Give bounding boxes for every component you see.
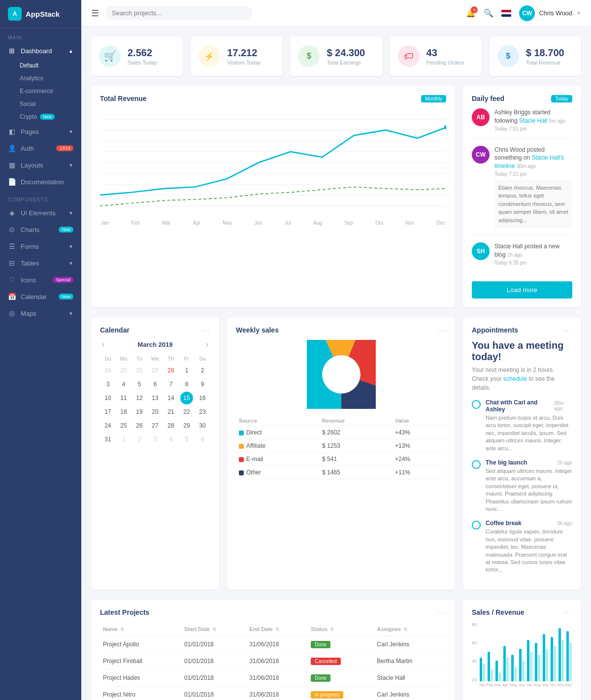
user-menu-chevron: ▼ bbox=[576, 10, 581, 16]
cal-cell[interactable]: 16 bbox=[196, 392, 209, 404]
cal-cell[interactable]: 5 bbox=[133, 378, 146, 391]
cal-cell[interactable]: 24 bbox=[101, 364, 114, 377]
projects-menu[interactable]: ··· bbox=[438, 608, 446, 616]
sidebar-item-documentation[interactable]: 📄 Documentation bbox=[0, 173, 81, 190]
revenue-chart-badge[interactable]: Monthly bbox=[421, 95, 446, 102]
daily-feed-badge[interactable]: Today bbox=[551, 95, 572, 102]
sidebar-item-maps[interactable]: ◎ Maps ▼ bbox=[0, 305, 81, 322]
cal-cell[interactable]: 4 bbox=[117, 378, 130, 391]
stat-visitors-label: Visitors Today bbox=[227, 60, 261, 66]
value-email: +24% bbox=[392, 453, 446, 466]
project-status: Done bbox=[308, 669, 374, 686]
sort-name-icon[interactable]: ⇅ bbox=[120, 627, 124, 632]
cal-cell[interactable]: 25 bbox=[117, 364, 130, 377]
cal-cell[interactable]: 6 bbox=[196, 433, 209, 446]
cal-cell[interactable]: 8 bbox=[180, 378, 193, 391]
tables-arrow-icon: ▼ bbox=[68, 261, 73, 266]
cal-cell[interactable]: 2 bbox=[196, 364, 209, 377]
cal-cell[interactable]: 28 bbox=[164, 364, 177, 377]
stat-sales-value: 2.562 bbox=[128, 47, 157, 59]
bar-primary bbox=[480, 658, 482, 681]
cal-cell[interactable]: 22 bbox=[180, 405, 193, 418]
calendar-title: Calendar bbox=[100, 326, 130, 334]
sidebar-item-ecommerce[interactable]: E-commerce bbox=[20, 85, 81, 98]
cal-cell[interactable]: 29 bbox=[180, 419, 193, 432]
search-topbar-icon[interactable]: 🔍 bbox=[484, 8, 493, 18]
cal-cell[interactable]: 23 bbox=[196, 405, 209, 418]
sidebar-item-icons[interactable]: ♡ Icons Special bbox=[0, 271, 81, 288]
cal-cell[interactable]: 30 bbox=[196, 419, 209, 432]
cal-cell[interactable]: 20 bbox=[149, 405, 162, 418]
user-avatar-menu[interactable]: CW Chris Wood ▼ bbox=[519, 5, 581, 21]
schedule-link[interactable]: schedule bbox=[503, 375, 527, 382]
calendar-menu[interactable]: ··· bbox=[202, 327, 210, 334]
sidebar-item-pages[interactable]: ◧ Pages ▼ bbox=[0, 123, 81, 140]
sidebar-item-default[interactable]: Default bbox=[20, 59, 81, 72]
weekly-sales-menu[interactable]: ··· bbox=[438, 327, 446, 334]
search-input[interactable] bbox=[105, 6, 253, 20]
cal-cell[interactable]: 31 bbox=[101, 433, 114, 446]
cal-cell[interactable]: 27 bbox=[149, 364, 162, 377]
stat-orders-info: 43 Pending Orders bbox=[427, 47, 464, 66]
sidebar-item-calendar[interactable]: 📅 Calendar New bbox=[0, 288, 81, 305]
sort-start-icon[interactable]: ⇅ bbox=[212, 627, 216, 632]
maps-arrow-icon: ▼ bbox=[68, 311, 73, 316]
sort-assignee-icon[interactable]: ⇅ bbox=[403, 627, 407, 632]
sidebar-item-analytics[interactable]: Analytics bbox=[20, 72, 81, 85]
cal-cell[interactable]: 7 bbox=[164, 378, 177, 391]
sidebar-item-charts[interactable]: ⊙ Charts New bbox=[0, 221, 81, 238]
calendar-prev-button[interactable]: ‹ bbox=[102, 340, 104, 349]
cal-cell[interactable]: 11 bbox=[117, 392, 130, 404]
sidebar-item-layouts[interactable]: ▦ Layouts ▼ bbox=[0, 157, 81, 173]
cal-cell[interactable]: 26 bbox=[133, 364, 146, 377]
status-badge: Cancelled bbox=[311, 658, 340, 665]
notifications-icon[interactable]: 🔔 5 bbox=[466, 8, 476, 18]
cal-cell[interactable]: 3 bbox=[101, 378, 114, 391]
sort-status-icon[interactable]: ⇅ bbox=[330, 627, 334, 632]
topbar: ☰ 🔔 5 🔍 CW Chris Wood ▼ bbox=[81, 0, 591, 27]
sidebar-item-auth[interactable]: 👤 Auth 12/24 bbox=[0, 140, 81, 157]
cal-cell[interactable]: 3 bbox=[149, 433, 162, 446]
cal-cell[interactable]: 4 bbox=[164, 433, 177, 446]
sidebar-item-tables[interactable]: ⊟ Tables ▼ bbox=[0, 255, 81, 271]
cal-cell[interactable]: 10 bbox=[101, 392, 114, 404]
project-end: 31/06/2018 bbox=[246, 636, 308, 653]
sort-end-icon[interactable]: ⇅ bbox=[275, 627, 279, 632]
cal-cell[interactable]: 21 bbox=[164, 405, 177, 418]
sidebar-item-forms[interactable]: ☰ Forms ▼ bbox=[0, 238, 81, 255]
cal-cell[interactable]: 18 bbox=[117, 405, 130, 418]
sidebar-item-social[interactable]: Social bbox=[20, 98, 81, 110]
appointments-menu[interactable]: ··· bbox=[564, 327, 572, 334]
cal-cell[interactable]: 14 bbox=[164, 392, 177, 404]
sales-revenue-menu[interactable]: ··· bbox=[564, 608, 572, 616]
bar-secondary bbox=[483, 664, 485, 681]
x-label-jul: Jul bbox=[285, 220, 291, 226]
bar-secondary bbox=[491, 669, 493, 681]
cal-cell[interactable]: 1 bbox=[117, 433, 130, 446]
cal-cell[interactable]: 12 bbox=[133, 392, 146, 404]
cal-cell[interactable]: 17 bbox=[101, 405, 114, 418]
cal-cell[interactable]: 19 bbox=[133, 405, 146, 418]
sidebar-item-ui-elements[interactable]: ◈ UI Elements ▼ bbox=[0, 204, 81, 221]
cal-cell[interactable]: 24 bbox=[101, 419, 114, 432]
sidebar-item-crypto[interactable]: Crypto New bbox=[20, 110, 81, 123]
language-flag[interactable] bbox=[501, 10, 511, 17]
cal-cell[interactable]: 9 bbox=[196, 378, 209, 391]
cal-cell[interactable]: 13 bbox=[149, 392, 162, 404]
cal-cell[interactable]: 25 bbox=[117, 419, 130, 432]
load-more-button[interactable]: Load more bbox=[472, 281, 572, 299]
cal-cell-today[interactable]: 15 bbox=[180, 392, 193, 404]
cal-cell[interactable]: 5 bbox=[180, 433, 193, 446]
cal-cell[interactable]: 27 bbox=[149, 419, 162, 432]
cal-cell[interactable]: 28 bbox=[164, 419, 177, 432]
cal-cell[interactable]: 6 bbox=[149, 378, 162, 391]
sidebar-label-icons: Icons bbox=[21, 276, 36, 284]
cal-cell[interactable]: 2 bbox=[133, 433, 146, 446]
feed-link-1[interactable]: Stacie Hall bbox=[519, 117, 547, 124]
menu-icon[interactable]: ☰ bbox=[91, 8, 99, 19]
revenue-line-chart bbox=[100, 108, 446, 217]
cal-cell[interactable]: 26 bbox=[133, 419, 146, 432]
sidebar-item-dashboard[interactable]: ⊞ Dashboard ▲ bbox=[0, 42, 81, 59]
calendar-next-button[interactable]: › bbox=[206, 340, 208, 349]
cal-cell[interactable]: 1 bbox=[180, 364, 193, 377]
